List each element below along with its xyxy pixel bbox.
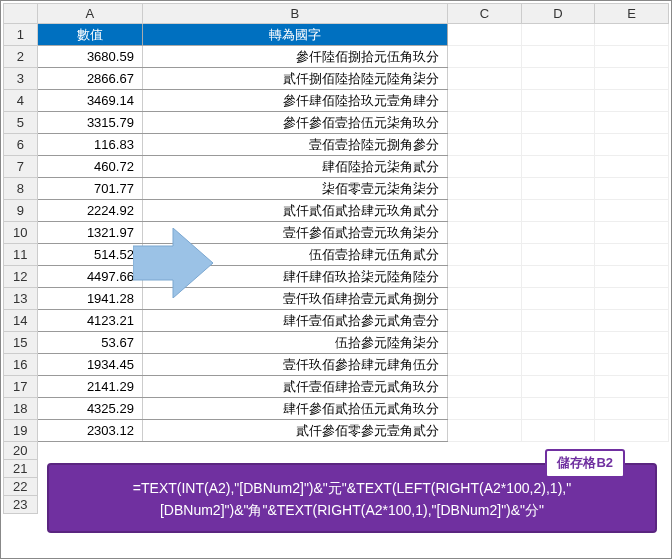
empty-cell[interactable]: [448, 24, 522, 46]
col-header-c[interactable]: C: [448, 4, 522, 24]
empty-cell[interactable]: [521, 244, 595, 266]
spreadsheet-grid[interactable]: A B C D E 1 數值 轉為國字 23680.59參仟陸佰捌拾元伍角玖分3…: [3, 3, 669, 514]
empty-cell[interactable]: [521, 134, 595, 156]
txt-cell[interactable]: 肆仟肆佰玖拾柒元陸角陸分: [142, 266, 447, 288]
empty-cell[interactable]: [448, 46, 522, 68]
row-header[interactable]: 6: [4, 134, 38, 156]
empty-cell[interactable]: [448, 200, 522, 222]
txt-cell[interactable]: 參仟肆佰陸拾玖元壹角肆分: [142, 90, 447, 112]
txt-cell[interactable]: 肆佰陸拾元柒角貳分: [142, 156, 447, 178]
num-cell[interactable]: 2224.92: [37, 200, 142, 222]
empty-cell[interactable]: [521, 420, 595, 442]
empty-cell[interactable]: [595, 354, 669, 376]
col-header-d[interactable]: D: [521, 4, 595, 24]
row-header[interactable]: 16: [4, 354, 38, 376]
empty-cell[interactable]: [521, 46, 595, 68]
row-header[interactable]: 11: [4, 244, 38, 266]
empty-cell[interactable]: [595, 68, 669, 90]
txt-cell[interactable]: 肆仟參佰貳拾伍元貳角玖分: [142, 398, 447, 420]
empty-cell[interactable]: [595, 134, 669, 156]
num-cell[interactable]: 1321.97: [37, 222, 142, 244]
num-cell[interactable]: 3315.79: [37, 112, 142, 134]
empty-cell[interactable]: [521, 156, 595, 178]
empty-cell[interactable]: [595, 310, 669, 332]
empty-cell[interactable]: [521, 24, 595, 46]
empty-cell[interactable]: [595, 24, 669, 46]
empty-cell[interactable]: [448, 420, 522, 442]
num-cell[interactable]: 53.67: [37, 332, 142, 354]
row-header[interactable]: 15: [4, 332, 38, 354]
num-cell[interactable]: 2141.29: [37, 376, 142, 398]
row-header[interactable]: 4: [4, 90, 38, 112]
empty-cell[interactable]: [448, 398, 522, 420]
row-header[interactable]: 9: [4, 200, 38, 222]
empty-cell[interactable]: [448, 222, 522, 244]
row-header[interactable]: 18: [4, 398, 38, 420]
txt-cell[interactable]: 壹仟參佰貳拾壹元玖角柒分: [142, 222, 447, 244]
empty-cell[interactable]: [448, 68, 522, 90]
num-cell[interactable]: 2866.67: [37, 68, 142, 90]
txt-cell[interactable]: 貳仟捌佰陸拾陸元陸角柒分: [142, 68, 447, 90]
empty-cell[interactable]: [448, 376, 522, 398]
num-cell[interactable]: 3469.14: [37, 90, 142, 112]
num-cell[interactable]: 3680.59: [37, 46, 142, 68]
num-cell[interactable]: 4325.29: [37, 398, 142, 420]
corner-cell[interactable]: [4, 4, 38, 24]
empty-cell[interactable]: [595, 266, 669, 288]
empty-cell[interactable]: [595, 376, 669, 398]
row-header[interactable]: 13: [4, 288, 38, 310]
row-header[interactable]: 22: [4, 478, 38, 496]
row-header[interactable]: 12: [4, 266, 38, 288]
empty-cell[interactable]: [448, 90, 522, 112]
empty-cell[interactable]: [521, 266, 595, 288]
num-cell[interactable]: 4123.21: [37, 310, 142, 332]
empty-cell[interactable]: [448, 112, 522, 134]
row-header[interactable]: 5: [4, 112, 38, 134]
empty-cell[interactable]: [448, 244, 522, 266]
num-cell[interactable]: 116.83: [37, 134, 142, 156]
row-header[interactable]: 23: [4, 496, 38, 514]
col-header-a[interactable]: A: [37, 4, 142, 24]
empty-cell[interactable]: [448, 332, 522, 354]
empty-cell[interactable]: [448, 354, 522, 376]
empty-cell[interactable]: [448, 156, 522, 178]
txt-cell[interactable]: 伍拾參元陸角柒分: [142, 332, 447, 354]
row-header[interactable]: 20: [4, 442, 38, 460]
row-header[interactable]: 2: [4, 46, 38, 68]
num-cell[interactable]: 701.77: [37, 178, 142, 200]
empty-cell[interactable]: [521, 68, 595, 90]
txt-cell[interactable]: 柒佰零壹元柒角柒分: [142, 178, 447, 200]
txt-cell[interactable]: 貳仟參佰零參元壹角貳分: [142, 420, 447, 442]
header-txt[interactable]: 轉為國字: [142, 24, 447, 46]
empty-cell[interactable]: [521, 398, 595, 420]
empty-cell[interactable]: [595, 90, 669, 112]
empty-cell[interactable]: [521, 354, 595, 376]
empty-cell[interactable]: [448, 310, 522, 332]
txt-cell[interactable]: 貳仟貳佰貳拾肆元玖角貳分: [142, 200, 447, 222]
txt-cell[interactable]: 壹仟玖佰肆拾壹元貳角捌分: [142, 288, 447, 310]
col-header-e[interactable]: E: [595, 4, 669, 24]
empty-cell[interactable]: [448, 288, 522, 310]
empty-cell[interactable]: [521, 90, 595, 112]
row-header[interactable]: 10: [4, 222, 38, 244]
empty-cell[interactable]: [595, 156, 669, 178]
txt-cell[interactable]: 貳仟壹佰肆拾壹元貳角玖分: [142, 376, 447, 398]
txt-cell[interactable]: 參仟陸佰捌拾元伍角玖分: [142, 46, 447, 68]
txt-cell[interactable]: 伍佰壹拾肆元伍角貳分: [142, 244, 447, 266]
empty-cell[interactable]: [448, 134, 522, 156]
txt-cell[interactable]: 壹佰壹拾陸元捌角參分: [142, 134, 447, 156]
empty-cell[interactable]: [595, 332, 669, 354]
header-num[interactable]: 數值: [37, 24, 142, 46]
row-header[interactable]: 17: [4, 376, 38, 398]
row-header[interactable]: 19: [4, 420, 38, 442]
empty-cell[interactable]: [521, 310, 595, 332]
empty-cell[interactable]: [521, 332, 595, 354]
empty-cell[interactable]: [448, 178, 522, 200]
num-cell[interactable]: 1941.28: [37, 288, 142, 310]
txt-cell[interactable]: 壹仟玖佰參拾肆元肆角伍分: [142, 354, 447, 376]
empty-cell[interactable]: [595, 200, 669, 222]
empty-cell[interactable]: [521, 288, 595, 310]
txt-cell[interactable]: 肆仟壹佰貳拾參元貳角壹分: [142, 310, 447, 332]
num-cell[interactable]: 2303.12: [37, 420, 142, 442]
empty-cell[interactable]: [521, 178, 595, 200]
